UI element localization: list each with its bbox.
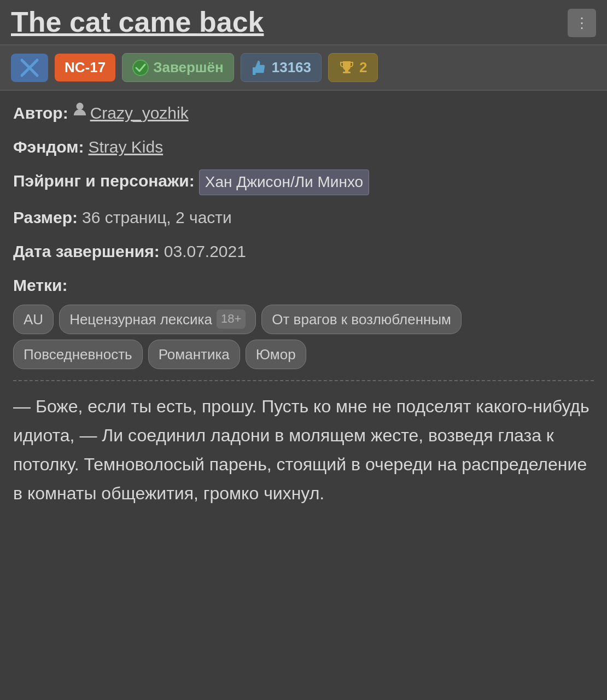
tag-label: Повседневность [24,345,132,364]
rating-label: NC-17 [65,59,106,76]
author-label: Автор: [13,102,68,125]
tag-label: От врагов к возлюбленным [272,310,451,329]
date-label: Дата завершения: [13,240,160,263]
trophy-count: 2 [359,59,367,76]
cross-badge[interactable] [11,54,48,82]
svg-rect-4 [345,69,348,72]
tag-item[interactable]: Юмор [246,340,306,369]
likes-count: 13163 [272,59,311,76]
story-card: The cat came back ⋮ NC-17 Завершён [0,0,607,700]
description-divider [13,380,594,381]
tag-label: Романтика [159,345,230,364]
tag-item[interactable]: AU [13,305,54,334]
completed-badge[interactable]: Завершён [122,53,234,82]
tags-label: Метки: [13,274,67,297]
svg-point-6 [76,103,83,110]
size-value: 36 страниц, 2 части [82,206,232,229]
rating-badge[interactable]: NC-17 [55,54,115,81]
fandom-label: Фэндом: [13,136,84,159]
trophy-icon [338,60,355,76]
svg-rect-3 [253,67,255,75]
badges-row: NC-17 Завершён 13163 2 [0,45,607,91]
tag-item[interactable]: Романтика [148,340,240,369]
cross-icon [20,58,39,78]
meta-section: Автор: Crazy_yozhik Фэндом: Stray Kids П… [0,91,607,369]
description-text: — Боже, если ты есть, прошу. Пусть ко мн… [13,396,590,503]
fandom-row: Фэндом: Stray Kids [13,136,594,159]
author-row: Автор: Crazy_yozhik [13,102,594,125]
completed-label: Завершён [153,59,224,76]
fandom-link[interactable]: Stray Kids [88,136,163,159]
author-link[interactable]: Crazy_yozhik [90,102,189,125]
description: — Боже, если ты есть, прошу. Пусть ко мн… [0,392,607,524]
size-label: Размер: [13,206,78,229]
tags-row-wrapper: Метки: AUНецензурная лексика18+От врагов… [13,274,594,370]
likes-badge[interactable]: 13163 [241,53,322,82]
pairing-tag[interactable]: Хан Джисон/Ли Минхо [199,170,369,195]
story-title[interactable]: The cat came back [11,7,264,38]
trophy-badge[interactable]: 2 [328,53,377,82]
tag-label: AU [24,310,43,329]
tag-label: Нецензурная лексика [69,310,212,329]
user-icon [73,102,87,116]
tag-item[interactable]: Нецензурная лексика18+ [59,305,256,334]
pairing-row: Пэйринг и персонажи: Хан Джисон/Ли Минхо [13,170,594,195]
header: The cat came back ⋮ [0,0,607,45]
size-row: Размер: 36 страниц, 2 части [13,206,594,229]
tag-item[interactable]: От врагов к возлюбленным [261,305,462,334]
more-button[interactable]: ⋮ [568,9,596,37]
svg-point-2 [133,60,148,75]
date-row: Дата завершения: 03.07.2021 [13,240,594,263]
pairing-label: Пэйринг и персонажи: [13,170,195,192]
svg-rect-5 [343,72,351,73]
thumbs-up-icon [251,60,267,76]
tag-item[interactable]: Повседневность [13,340,143,369]
date-value: 03.07.2021 [164,240,246,263]
tag-18-badge: 18+ [217,310,246,329]
tags-container: AUНецензурная лексика18+От врагов к возл… [13,305,594,370]
tag-label: Юмор [256,345,296,364]
check-icon [132,60,149,76]
